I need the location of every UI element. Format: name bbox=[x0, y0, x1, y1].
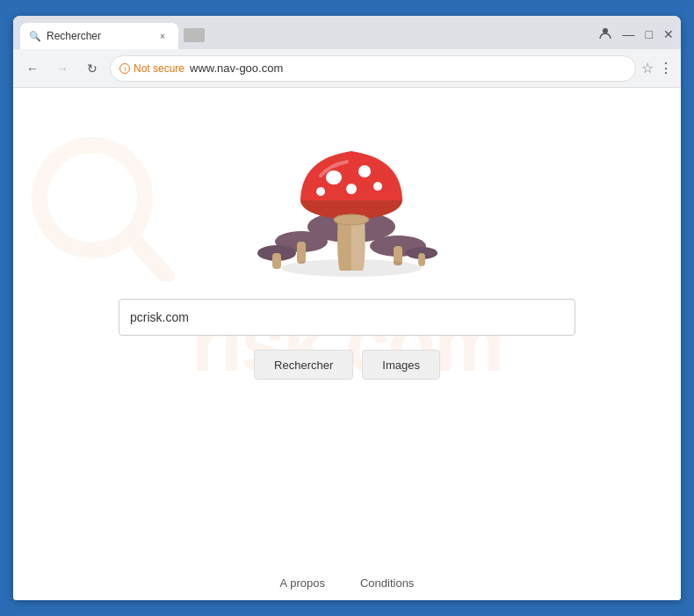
conditions-link[interactable]: Conditions bbox=[360, 576, 414, 590]
mushroom-illustration bbox=[250, 123, 444, 299]
svg-point-18 bbox=[358, 165, 371, 178]
security-icon: i Not secure bbox=[119, 62, 184, 75]
minimize-button[interactable]: — bbox=[623, 28, 635, 40]
search-area: Rechercher Images bbox=[119, 299, 575, 380]
svg-point-20 bbox=[316, 187, 325, 196]
main-content: Rechercher Images bbox=[13, 88, 681, 380]
reload-button[interactable]: ↻ bbox=[80, 56, 105, 81]
svg-point-0 bbox=[603, 28, 608, 33]
browser-window: 🔍 Rechercher × — □ ✕ ← → ↻ bbox=[13, 16, 681, 600]
new-tab-button[interactable] bbox=[182, 23, 206, 47]
search-buttons: Rechercher Images bbox=[254, 350, 440, 380]
security-label: Not secure bbox=[134, 62, 184, 75]
search-input[interactable] bbox=[130, 310, 564, 324]
page-content: risk.com bbox=[13, 88, 681, 600]
svg-point-22 bbox=[334, 214, 369, 225]
maximize-button[interactable]: □ bbox=[646, 28, 653, 40]
svg-point-17 bbox=[326, 170, 342, 185]
page-footer: A propos Conditions bbox=[13, 576, 681, 590]
close-button[interactable]: ✕ bbox=[663, 28, 674, 40]
images-button[interactable]: Images bbox=[362, 350, 440, 380]
tab-close-button[interactable]: × bbox=[155, 29, 170, 43]
active-tab[interactable]: 🔍 Rechercher × bbox=[20, 23, 178, 49]
tab-label: Rechercher bbox=[47, 30, 150, 42]
search-button[interactable]: Rechercher bbox=[254, 350, 353, 380]
search-input-wrapper[interactable] bbox=[119, 299, 575, 336]
nav-bar: ← → ↻ i Not secure www.nav-goo.com ☆ ⋮ bbox=[13, 49, 681, 88]
menu-button[interactable]: ⋮ bbox=[659, 60, 674, 76]
title-bar: 🔍 Rechercher × — □ ✕ bbox=[13, 16, 681, 49]
window-controls: — □ ✕ bbox=[598, 26, 674, 49]
svg-point-21 bbox=[373, 182, 382, 191]
bookmark-button[interactable]: ☆ bbox=[641, 60, 654, 76]
back-button[interactable]: ← bbox=[20, 56, 45, 81]
svg-rect-14 bbox=[418, 253, 425, 266]
url-text: www.nav-goo.com bbox=[190, 62, 283, 75]
address-bar[interactable]: i Not secure www.nav-goo.com bbox=[110, 55, 636, 82]
forward-button[interactable]: → bbox=[50, 56, 75, 81]
svg-point-19 bbox=[346, 184, 357, 194]
account-icon[interactable] bbox=[598, 26, 612, 42]
tab-search-icon: 🔍 bbox=[29, 31, 41, 42]
tab-area: 🔍 Rechercher × bbox=[20, 16, 598, 49]
about-link[interactable]: A propos bbox=[280, 576, 325, 590]
svg-rect-6 bbox=[297, 242, 306, 264]
svg-text:i: i bbox=[125, 65, 127, 73]
svg-rect-8 bbox=[272, 253, 281, 269]
